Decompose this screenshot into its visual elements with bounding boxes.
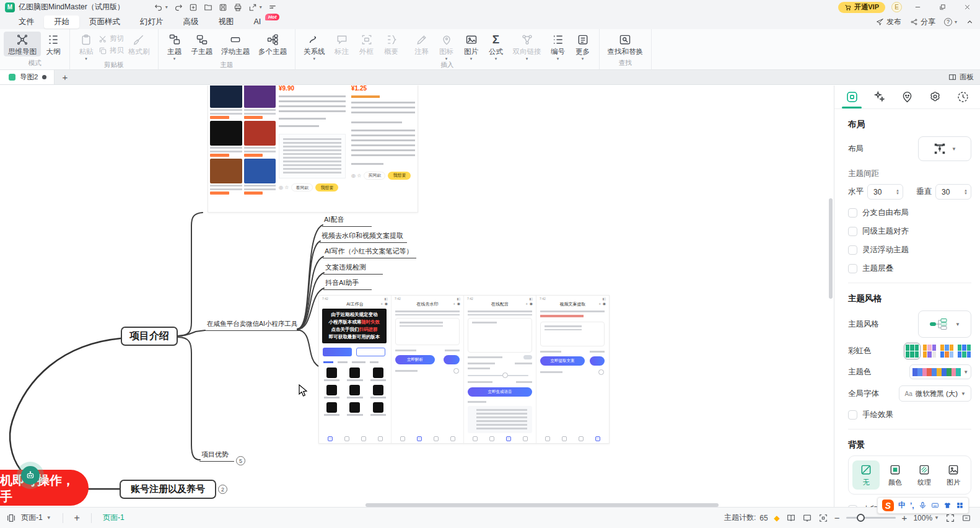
close-button[interactable] xyxy=(958,0,976,14)
multi-topic-button[interactable]: 多个主题 xyxy=(254,32,291,56)
menu-advanced[interactable]: 高级 xyxy=(173,15,209,29)
check-sketch-effect[interactable]: 手绘效果 xyxy=(848,410,971,420)
page-tab-active[interactable]: 页面-1 xyxy=(103,513,125,523)
global-font-dropdown[interactable]: Aa 微软雅黑 (大) ▼ xyxy=(899,385,971,402)
marker-button[interactable]: 图标 ▾ xyxy=(434,32,459,60)
ai-assistant-button[interactable] xyxy=(21,466,40,485)
menu-slides[interactable]: 幻灯片 xyxy=(130,15,173,29)
ime-toolbox-icon[interactable] xyxy=(956,501,964,509)
restore-button[interactable] xyxy=(933,0,952,14)
copy-button[interactable]: 拷贝 xyxy=(98,46,124,55)
bg-none-option[interactable]: 无 xyxy=(852,460,880,490)
publish-button[interactable]: 发布 xyxy=(876,17,901,27)
menu-home[interactable]: 开始 xyxy=(44,15,79,29)
undo-icon[interactable] xyxy=(154,3,163,12)
mindmap-mode-button[interactable]: 思维导图 xyxy=(4,32,41,56)
buy-same-button[interactable]: 买同款 xyxy=(364,172,385,180)
bidirectional-link-button[interactable]: 双向链接 ▾ xyxy=(509,32,546,60)
theme-color-dropdown[interactable]: ▼ xyxy=(909,364,971,379)
phone-screenshots-image[interactable]: 7:42▮▯ AI工作台 ＋ ◉ 由于近期相关规定变动 小程序版本或将随时失效 … xyxy=(318,295,610,444)
avatar[interactable]: E xyxy=(891,2,902,12)
account-count-badge[interactable]: 2 xyxy=(218,485,227,494)
rainbow-swatch-2[interactable] xyxy=(922,344,937,358)
bg-texture-option[interactable]: 纹理 xyxy=(911,460,938,490)
summary-button[interactable]: 概要 xyxy=(379,32,404,56)
check-flex-floating[interactable]: 灵活浮动主题 xyxy=(848,245,971,255)
rainbow-swatch-4[interactable] xyxy=(957,344,971,358)
undo-dropdown-icon[interactable]: ▾ xyxy=(165,4,168,10)
callout-button[interactable]: 标注 xyxy=(330,32,354,56)
topic-button[interactable]: 主题 ▾ xyxy=(162,32,187,60)
more-insert-button[interactable]: 更多 ▾ xyxy=(571,32,595,60)
page-dropdown[interactable]: 页面-1 ▼ xyxy=(21,513,51,523)
numbering-button[interactable]: 编号 ▾ xyxy=(546,32,571,60)
page-overview-icon[interactable] xyxy=(6,513,16,523)
tab-ai-beautify[interactable] xyxy=(868,86,891,108)
formula-button[interactable]: Σ 公式 ▾ xyxy=(484,32,509,60)
vertical-scrollbar[interactable] xyxy=(829,198,833,299)
collapse-ribbon-icon[interactable] xyxy=(966,18,974,26)
check-topic-overlap[interactable]: 主题层叠 xyxy=(848,263,971,274)
listing-screenshot-image[interactable]: ¥9.90 ◎ ☆ 看同款 我想要 ¥1.25 ◎ ☆ xyxy=(208,86,418,213)
tab-stickers[interactable] xyxy=(896,86,919,108)
theme-style-dropdown[interactable]: ▼ xyxy=(918,310,971,338)
bg-image-option[interactable]: 图片 xyxy=(940,460,967,490)
minimize-button[interactable] xyxy=(908,0,927,14)
topic-platform[interactable]: 在咸鱼平台卖微信AI小程序工具 xyxy=(205,320,301,331)
new-page-icon[interactable] xyxy=(189,3,198,12)
fit-screen-icon[interactable] xyxy=(818,513,828,523)
save-icon[interactable] xyxy=(219,3,227,12)
new-tab-button[interactable]: + xyxy=(55,72,75,82)
bg-color-option[interactable]: 颜色 xyxy=(882,460,909,490)
zoom-slider-knob[interactable] xyxy=(857,514,865,522)
menu-page-style[interactable]: 页面样式 xyxy=(79,15,130,29)
vip-button[interactable]: 开通VIP xyxy=(838,2,885,13)
tab-history[interactable] xyxy=(952,86,974,108)
find-replace-button[interactable]: 查找和替换 xyxy=(603,32,648,56)
menu-ai[interactable]: AI Hot xyxy=(244,16,271,27)
collapse-statusbar-icon[interactable] xyxy=(961,513,971,523)
print-icon[interactable] xyxy=(234,3,242,12)
ime-keyboard-icon[interactable] xyxy=(931,501,939,509)
cut-button[interactable]: 剪切 xyxy=(98,34,124,43)
menu-file[interactable]: 文件 xyxy=(9,15,44,29)
mindmap-canvas[interactable]: ¥9.90 ◎ ☆ 看同款 我想要 ¥1.25 ◎ ☆ xyxy=(0,86,834,507)
vertical-spacing-stepper[interactable]: 30 ▲▼ xyxy=(935,184,971,200)
sogou-logo-icon[interactable]: S xyxy=(882,499,894,511)
outline-mode-button[interactable]: 大纲 xyxy=(41,32,66,56)
check-free-layout[interactable]: 分支自由布局 xyxy=(848,208,971,218)
fullscreen-icon[interactable] xyxy=(945,513,955,523)
topic-account-register[interactable]: 账号注册以及养号 xyxy=(120,480,216,499)
zoom-in-button[interactable]: + xyxy=(902,513,908,523)
format-painter-button[interactable]: 格式刷 xyxy=(124,32,154,56)
topic-project-intro[interactable]: 项目介绍 xyxy=(121,327,178,346)
advantage-count-badge[interactable]: 5 xyxy=(236,456,245,465)
redo-icon[interactable] xyxy=(174,3,183,12)
slideshow-icon[interactable] xyxy=(802,513,812,523)
boundary-button[interactable]: 外框 xyxy=(354,32,379,56)
document-tab[interactable]: 导图2 xyxy=(0,70,55,84)
rainbow-swatch-3[interactable] xyxy=(940,344,954,358)
ime-skin-icon[interactable] xyxy=(943,501,952,509)
subtopic-button[interactable]: 子主题 xyxy=(187,32,217,56)
rainbow-swatch-1[interactable] xyxy=(905,344,919,358)
add-page-button[interactable]: + xyxy=(74,513,80,524)
horizontal-spacing-stepper[interactable]: 30 ▲▼ xyxy=(867,184,903,200)
menu-view[interactable]: 视图 xyxy=(209,15,244,29)
topic-ai-dubbing[interactable]: AI配音 xyxy=(322,215,372,227)
layout-dropdown[interactable]: ▼ xyxy=(918,136,971,161)
stepper-arrows-icon[interactable]: ▲▼ xyxy=(896,189,899,195)
ime-toolbar[interactable]: S 中 ’, xyxy=(877,497,969,514)
image-button[interactable]: 图片 ▾ xyxy=(459,32,484,60)
topic-copy-compliance[interactable]: 文案违规检测 xyxy=(323,263,383,275)
zoom-out-button[interactable]: − xyxy=(834,513,840,523)
tab-theme-flower[interactable] xyxy=(924,86,946,108)
ime-punctuation-icon[interactable]: ’, xyxy=(910,501,914,510)
see-same-button[interactable]: 看同款 xyxy=(291,183,313,191)
central-topic[interactable]: 机即可操作， 手 xyxy=(0,470,89,506)
comment-button[interactable]: 注释 xyxy=(409,32,434,56)
want-button[interactable]: 我想要 xyxy=(315,183,338,191)
tab-layout[interactable] xyxy=(841,86,863,108)
share-button[interactable]: 分享 xyxy=(910,17,935,27)
topic-advantage[interactable]: 项目优势 xyxy=(199,450,234,462)
